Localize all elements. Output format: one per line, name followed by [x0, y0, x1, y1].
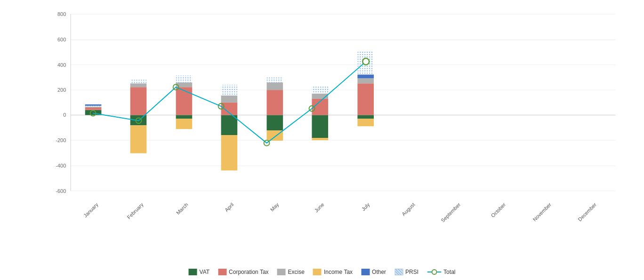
legend-label-corp: Corporation Tax — [229, 269, 269, 275]
svg-text:-600: -600 — [56, 188, 66, 194]
svg-text:-400: -400 — [56, 163, 66, 168]
svg-rect-41 — [267, 82, 283, 90]
svg-text:800: 800 — [57, 11, 66, 17]
svg-rect-28 — [176, 115, 193, 119]
svg-rect-24 — [130, 125, 147, 153]
svg-rect-36 — [221, 96, 238, 103]
svg-rect-42 — [267, 77, 283, 82]
legend-swatch-prsi — [394, 269, 403, 275]
svg-text:400: 400 — [57, 62, 66, 68]
svg-text:0: 0 — [63, 112, 66, 118]
svg-rect-34 — [221, 135, 238, 170]
svg-rect-32 — [176, 75, 193, 82]
legend-label-income: Income Tax — [324, 269, 353, 275]
svg-rect-26 — [130, 83, 147, 87]
xlabel-nov: November — [531, 201, 552, 222]
bars-june — [312, 86, 328, 140]
legend-label-vat: VAT — [200, 269, 210, 275]
chart-legend: VAT Corporation Tax Excise Income Tax Ot… — [189, 269, 456, 275]
legend-label-total: Total — [443, 269, 455, 275]
svg-rect-22 — [85, 104, 102, 106]
svg-rect-27 — [130, 80, 147, 83]
svg-rect-38 — [267, 115, 283, 131]
total-dot-jul — [362, 58, 369, 65]
legend-swatch-other — [361, 269, 370, 275]
svg-text:200: 200 — [57, 87, 66, 93]
svg-point-55 — [432, 270, 436, 274]
bars-february — [130, 80, 147, 153]
legend-swatch-excise — [277, 269, 286, 275]
xlabel-apr: April — [224, 201, 235, 213]
legend-swatch-corp — [218, 269, 226, 275]
legend-label-other: Other — [372, 269, 386, 275]
legend-label-prsi: PRSI — [405, 269, 419, 275]
legend-swatch-income — [313, 269, 322, 275]
xlabel-aug: August — [401, 201, 416, 216]
xlabel-mar: March — [175, 201, 189, 216]
svg-rect-43 — [312, 115, 328, 138]
legend-vat: VAT — [189, 269, 210, 275]
svg-rect-30 — [176, 87, 193, 115]
svg-rect-47 — [312, 86, 328, 94]
chart-container: 800 600 400 200 0 -200 -400 -600 — [0, 0, 644, 280]
svg-rect-20 — [85, 107, 102, 108]
xlabel-jun: June — [313, 201, 325, 213]
svg-rect-48 — [357, 115, 374, 119]
svg-text:600: 600 — [57, 37, 66, 42]
svg-rect-29 — [176, 119, 193, 129]
legend-swatch-vat — [189, 269, 197, 275]
legend-excise: Excise — [277, 269, 305, 275]
xlabel-sep: September — [440, 201, 461, 223]
svg-rect-40 — [267, 90, 283, 115]
xlabel-may: May — [269, 201, 280, 212]
legend-label-excise: Excise — [288, 269, 305, 275]
legend-line-icon — [427, 269, 441, 275]
svg-rect-44 — [312, 138, 328, 140]
legend-other: Other — [361, 269, 386, 275]
legend-corporation-tax: Corporation Tax — [218, 269, 269, 275]
xlabel-dec: December — [577, 201, 597, 222]
svg-text:-200: -200 — [56, 137, 66, 143]
legend-total: Total — [427, 269, 455, 275]
svg-rect-51 — [357, 78, 374, 83]
xlabel-oct: October — [490, 201, 507, 218]
legend-prsi: PRSI — [394, 269, 419, 275]
svg-rect-37 — [221, 85, 238, 96]
svg-rect-52 — [357, 74, 374, 78]
xlabel-feb: February — [126, 201, 145, 220]
bars-april — [221, 85, 238, 170]
svg-rect-49 — [357, 119, 374, 126]
bars-march — [176, 75, 193, 129]
xlabel-jan: January — [82, 201, 99, 218]
svg-rect-33 — [221, 115, 238, 136]
svg-rect-50 — [357, 83, 374, 115]
xlabel-jul: July — [360, 201, 371, 212]
legend-income-tax: Income Tax — [313, 269, 353, 275]
bars-may — [267, 77, 283, 141]
main-chart: 800 600 400 200 0 -200 -400 -600 — [28, 9, 635, 224]
svg-rect-25 — [130, 87, 147, 115]
